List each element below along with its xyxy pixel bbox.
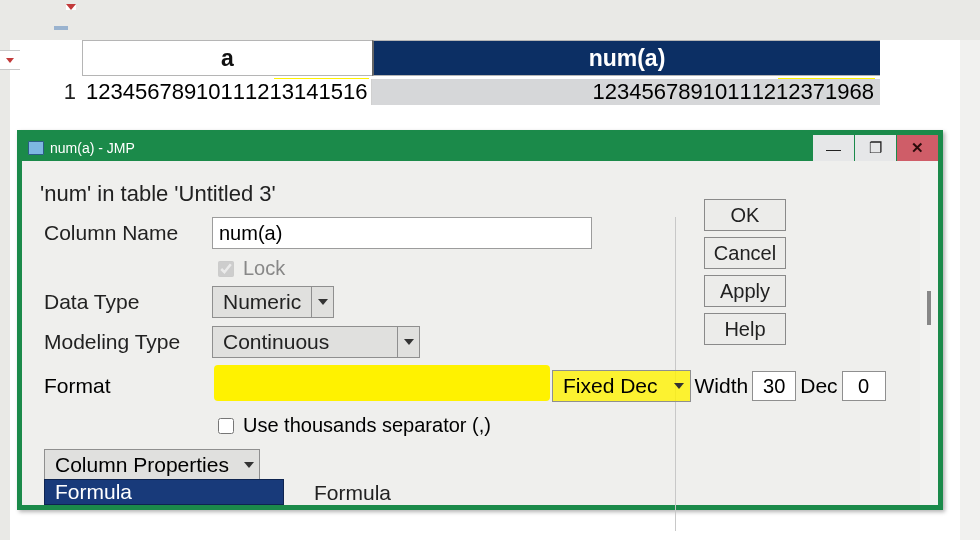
chevron-down-icon [674,383,684,389]
column-header-num[interactable]: num(a) [372,40,880,76]
help-button[interactable]: Help [704,313,786,345]
row-number[interactable]: 1 [22,79,82,105]
sheet-top-gutter [0,0,980,40]
cell-num-1[interactable]: 12345678910111212371968 [372,79,880,105]
format-type-value: Fixed Dec [553,371,668,401]
close-button[interactable]: ✕ [896,135,938,161]
cell-a-1[interactable]: 12345678910111213141516 [82,79,372,105]
maximize-button[interactable]: ❐ [854,135,896,161]
app-icon [28,141,44,155]
format-type-select[interactable]: Fixed Dec [552,370,691,402]
formula-property-item[interactable]: Formula [44,479,284,505]
dialog-context-text: 'num' in table 'Untitled 3' [40,181,922,207]
dec-input[interactable] [842,371,886,401]
formula-section-label: Formula [314,481,391,505]
apply-button[interactable]: Apply [704,275,786,307]
sheet-left-gutter [0,0,10,540]
dialog-titlebar[interactable]: num(a) - JMP — ❐ ✕ [22,135,938,161]
chevron-down-icon [6,58,14,63]
cell-num-value: 1234567891011121 [593,79,789,104]
column-info-dialog: num(a) - JMP — ❐ ✕ 'num' in table 'Untit… [17,130,943,510]
sheet-corner-controls [40,4,80,36]
dialog-scrollbar-track[interactable] [920,161,938,505]
cell-num-highlighted-tail: 2371968 [788,79,874,104]
ok-button[interactable]: OK [704,199,786,231]
cell-a-highlighted-tail: 3141516 [282,79,368,104]
format-type-dropdown-button[interactable] [668,371,690,401]
cell-a-value: 1234567891011121 [86,79,282,104]
dropdown-icon[interactable] [66,4,76,10]
dialog-title: num(a) - JMP [50,140,135,156]
dialog-scrollbar-thumb[interactable] [927,291,931,325]
column-header-a[interactable]: a [82,40,372,76]
sort-handle-icon[interactable] [54,26,68,30]
main-scrollbar[interactable] [960,40,980,540]
highlight-mark-format [214,365,550,401]
formula-item-label: Formula [55,480,132,504]
width-label: Width [691,374,753,398]
width-input[interactable] [752,371,796,401]
cancel-button[interactable]: Cancel [704,237,786,269]
row-tools-toggle[interactable] [0,50,20,70]
minimize-button[interactable]: — [812,135,854,161]
dec-label: Dec [796,374,841,398]
